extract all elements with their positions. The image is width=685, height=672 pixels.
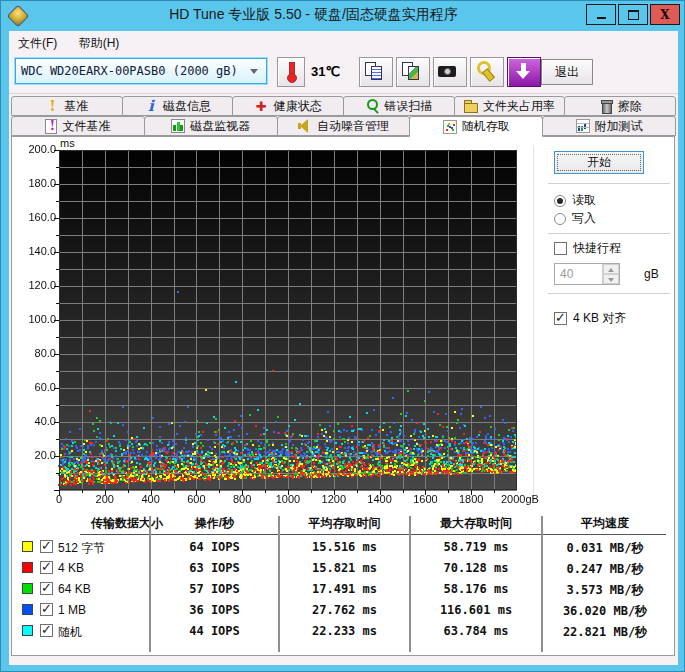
- camera-icon: [434, 58, 466, 86]
- avg-access-value: 15.516 ms: [279, 540, 410, 554]
- tab-disk-info[interactable]: 磁盘信息: [122, 96, 234, 116]
- disk-info-icon: [144, 99, 158, 113]
- drive-selector-value: WDC WD20EARX-00PASB0 (2000 gB): [16, 64, 250, 78]
- series-checkbox[interactable]: [40, 603, 53, 616]
- tab-file-benchmark[interactable]: 文件基准: [11, 116, 145, 136]
- drive-selector[interactable]: WDC WD20EARX-00PASB0 (2000 gB): [15, 58, 267, 84]
- maximize-button[interactable]: [618, 4, 648, 25]
- short-stroke-label: 快捷行程: [573, 240, 621, 257]
- tab-folder-usage[interactable]: 文件夹占用率: [454, 96, 566, 116]
- options-button[interactable]: [470, 57, 504, 87]
- tab-error-scan[interactable]: 错误扫描: [343, 96, 455, 116]
- spinner-down-button[interactable]: [603, 274, 619, 284]
- separator: [548, 183, 670, 187]
- tab-benchmark[interactable]: 基准: [11, 96, 123, 116]
- read-radio[interactable]: [554, 195, 566, 207]
- table-row: 随机 44 IOPS 22.233 ms 63.784 ms 22.821 MB…: [12, 621, 676, 642]
- read-radio-row[interactable]: 读取: [554, 193, 596, 208]
- minimize-button[interactable]: [586, 4, 616, 25]
- tab-disk-monitor[interactable]: 磁盘监视器: [144, 116, 278, 136]
- app-logo-icon: [7, 5, 30, 28]
- avg-speed-value: 36.020 MB/秒: [542, 603, 668, 620]
- series-label: 64 KB: [58, 582, 91, 596]
- client-area: 文件(F) 帮助(H) WDC WD20EARX-00PASB0 (2000 g…: [9, 31, 678, 665]
- series-checkbox[interactable]: [40, 561, 53, 574]
- series-color-swatch: [22, 583, 33, 594]
- tab-aam[interactable]: 自动噪音管理: [277, 116, 411, 136]
- copy-text-button[interactable]: [359, 57, 393, 87]
- avg-access-value: 15.821 ms: [279, 561, 410, 575]
- series-color-swatch: [22, 625, 33, 636]
- menu-file[interactable]: 文件(F): [9, 31, 66, 55]
- y-axis-label: 100.0: [12, 313, 56, 325]
- avg-access-value: 27.762 ms: [279, 603, 410, 617]
- write-radio[interactable]: [554, 213, 566, 225]
- short-stroke-unit-label: gB: [644, 267, 659, 281]
- menu-help[interactable]: 帮助(H): [70, 31, 129, 55]
- y-axis-label: 60.0: [12, 381, 56, 393]
- series-label: 随机: [58, 624, 82, 641]
- short-stroke-checkbox[interactable]: [554, 242, 567, 255]
- title-bar: HD Tune 专业版 5.50 - 硬盘/固态硬盘实用程序 X: [1, 1, 685, 31]
- max-access-value: 58.719 ms: [410, 540, 542, 554]
- update-arrow-icon: [508, 58, 540, 86]
- read-radio-label: 读取: [572, 192, 596, 209]
- x-axis-label: 2000gB: [501, 493, 561, 505]
- series-checkbox[interactable]: [40, 582, 53, 595]
- close-button[interactable]: X: [650, 4, 680, 25]
- y-axis-label: 40.0: [12, 415, 56, 427]
- align-4kb-row[interactable]: 4 KB 对齐: [554, 311, 626, 326]
- max-access-value: 116.601 ms: [410, 603, 542, 617]
- chart-controls-divider: [533, 145, 534, 501]
- spinner-up-button[interactable]: [603, 264, 619, 274]
- maximize-icon: [628, 10, 639, 20]
- start-button[interactable]: 开始: [554, 151, 644, 174]
- health-icon: [255, 99, 269, 113]
- copy-image-button[interactable]: [396, 57, 430, 87]
- screenshot-button[interactable]: [433, 57, 467, 87]
- y-axis-unit: ms: [60, 137, 75, 149]
- separator: [548, 233, 670, 237]
- exit-button[interactable]: 退出: [541, 59, 593, 85]
- tab-erase[interactable]: 擦除: [564, 96, 676, 116]
- y-axis-label: 120.0: [12, 279, 56, 291]
- write-radio-label: 写入: [572, 210, 596, 227]
- y-axis-label: 160.0: [12, 211, 56, 223]
- iops-value: 36 IOPS: [150, 603, 279, 617]
- tab-extra-tests[interactable]: 附加测试: [542, 116, 676, 136]
- y-axis-label: 80.0: [12, 347, 56, 359]
- y-axis-label: 20.0: [12, 449, 56, 461]
- tab-row-2: 文件基准 磁盘监视器 自动噪音管理 随机存取 附加测试: [11, 116, 675, 136]
- tab-health[interactable]: 健康状态: [232, 96, 344, 116]
- iops-value: 44 IOPS: [150, 624, 279, 638]
- thermometer-icon: [278, 58, 304, 86]
- short-stroke-row[interactable]: 快捷行程: [554, 241, 621, 256]
- benchmark-icon: [45, 99, 59, 113]
- header-underline: [80, 534, 666, 535]
- col-header-iops: 操作/秒: [150, 515, 279, 533]
- options-icon: [471, 58, 503, 86]
- iops-value: 57 IOPS: [150, 582, 279, 596]
- random-access-panel: ms 开始 读取 写入 快捷行程 40: [11, 136, 675, 656]
- short-stroke-size-spinner[interactable]: 40: [554, 263, 620, 285]
- table-row: 4 KB 63 IOPS 15.821 ms 70.128 ms 0.247 M…: [12, 558, 676, 579]
- separator: [548, 293, 670, 297]
- random-access-icon: [443, 120, 457, 134]
- tab-random-access[interactable]: 随机存取: [409, 116, 543, 137]
- avg-speed-value: 22.821 MB/秒: [542, 624, 668, 641]
- write-radio-row[interactable]: 写入: [554, 211, 596, 226]
- iops-value: 63 IOPS: [150, 561, 279, 575]
- copy-image-icon: [397, 58, 429, 86]
- x-axis-label: 1800: [441, 493, 501, 505]
- col-header-max-access: 最大存取时间: [410, 515, 542, 533]
- update-button[interactable]: [507, 57, 541, 87]
- series-checkbox[interactable]: [40, 540, 53, 553]
- series-checkbox[interactable]: [40, 624, 53, 637]
- y-axis-label: 180.0: [12, 177, 56, 189]
- align-4kb-checkbox[interactable]: [554, 312, 567, 325]
- erase-icon: [599, 99, 613, 113]
- avg-access-value: 22.233 ms: [279, 624, 410, 638]
- align-4kb-label: 4 KB 对齐: [573, 310, 626, 327]
- app-window: HD Tune 专业版 5.50 - 硬盘/固态硬盘实用程序 X 文件(F) 帮…: [0, 0, 685, 672]
- temperature-button[interactable]: [277, 57, 305, 87]
